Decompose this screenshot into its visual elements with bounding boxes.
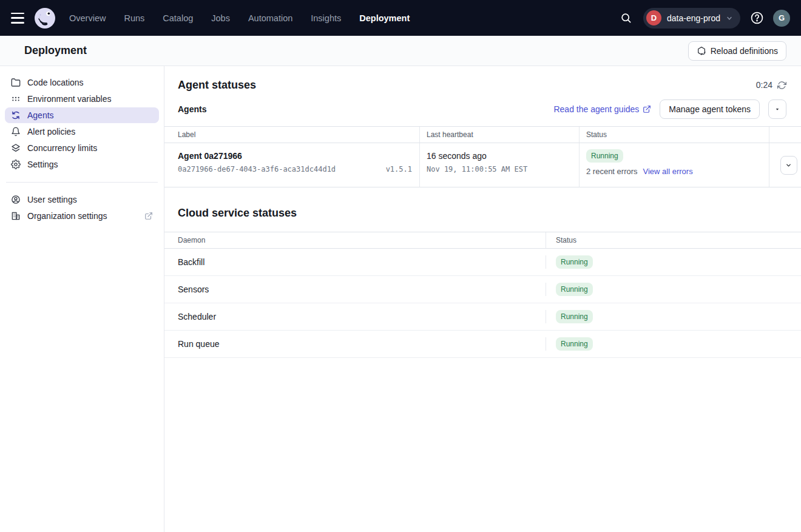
top-navbar: Overview Runs Catalog Jobs Automation In…: [0, 0, 801, 36]
refresh-countdown: 0:24: [756, 80, 786, 90]
agents-table: Label Last heartbeat Status Agent 0a2719…: [164, 126, 801, 187]
agents-table-header: Label Last heartbeat Status: [164, 127, 801, 143]
cloud-services-table: Daemon Status Backfill Running Sensors R…: [164, 232, 801, 358]
chevron-down-icon: [726, 15, 733, 22]
column-header-status: Status: [546, 232, 801, 248]
daemon-row: Scheduler Running: [164, 303, 801, 331]
env-vars-icon: [11, 94, 21, 104]
page-title: Deployment: [24, 44, 87, 57]
agent-statuses-title: Agent statuses: [178, 79, 256, 92]
sidebar-item-user-settings[interactable]: User settings: [5, 192, 159, 207]
status-badge: Running: [556, 283, 593, 296]
reload-definitions-button[interactable]: Reload definitions: [688, 41, 786, 61]
folder-icon: [11, 78, 21, 87]
cloud-table-header: Daemon Status: [164, 232, 801, 249]
main-content: Agent statuses 0:24 Agents Read the agen…: [164, 66, 801, 532]
column-header-label: Label: [164, 127, 419, 143]
nav-item-automation[interactable]: Automation: [248, 13, 292, 23]
daemon-row: Backfill Running: [164, 249, 801, 276]
sidebar-item-settings[interactable]: Settings: [5, 157, 159, 172]
search-icon[interactable]: [617, 9, 635, 27]
sidebar-item-organization-settings[interactable]: Organization settings: [5, 208, 159, 224]
heartbeat-relative: 16 seconds ago: [427, 143, 579, 161]
column-header-last-heartbeat: Last heartbeat: [419, 127, 579, 143]
view-all-errors-link[interactable]: View all errors: [643, 167, 693, 176]
sidebar-item-agents[interactable]: Agents: [5, 107, 159, 123]
agent-uuid: 0a271966-de67-4043-a3f6-aca31dc44d1d: [178, 165, 336, 173]
sidebar-divider: [6, 182, 158, 183]
nav-item-deployment[interactable]: Deployment: [359, 13, 410, 23]
nav-item-catalog[interactable]: Catalog: [163, 13, 193, 23]
caret-down-icon: [774, 106, 780, 112]
column-header-status: Status: [579, 127, 769, 143]
heartbeat-timestamp: Nov 19, 11:00:55 AM EST: [427, 165, 579, 173]
daemon-row: Run queue Running: [164, 331, 801, 358]
column-header-actions: [769, 127, 801, 143]
daemon-row: Sensors Running: [164, 276, 801, 303]
bell-icon: [11, 127, 21, 136]
agent-row-expand-button[interactable]: [780, 156, 797, 175]
settings-sidebar: Code locations Environment variables Age…: [0, 66, 164, 532]
nav-item-insights[interactable]: Insights: [311, 13, 341, 23]
external-link-icon: [144, 212, 153, 220]
agent-guides-link[interactable]: Read the agent guides: [553, 104, 651, 114]
reload-definitions-icon: [697, 46, 706, 56]
status-badge: Running: [556, 255, 593, 269]
primary-nav: Overview Runs Catalog Jobs Automation In…: [69, 13, 410, 23]
status-badge: Running: [586, 149, 623, 163]
agent-name: Agent 0a271966: [178, 143, 419, 161]
agent-actions-dropdown-button[interactable]: [768, 99, 786, 119]
daemon-name: Backfill: [178, 257, 204, 267]
cloud-service-statuses-title: Cloud service statuses: [178, 207, 786, 220]
column-header-daemon: Daemon: [164, 232, 546, 248]
sidebar-item-environment-variables[interactable]: Environment variables: [5, 91, 159, 107]
countdown-value: 0:24: [756, 80, 772, 90]
daemon-name: Sensors: [178, 285, 209, 294]
page-header: Deployment Reload definitions: [0, 36, 801, 66]
agents-sync-icon: [11, 110, 21, 120]
workspace-name: data-eng-prod: [667, 13, 720, 23]
nav-item-overview[interactable]: Overview: [69, 13, 106, 23]
user-icon: [11, 195, 21, 204]
agents-section-label: Agents: [178, 104, 206, 114]
workspace-badge: D: [646, 10, 661, 25]
chevron-down-icon: [785, 162, 792, 169]
status-badge: Running: [556, 337, 593, 351]
sidebar-item-alert-policies[interactable]: Alert policies: [5, 124, 159, 140]
daemon-name: Scheduler: [178, 312, 216, 322]
agent-version: v1.5.1: [386, 165, 412, 173]
nav-item-jobs[interactable]: Jobs: [211, 13, 230, 23]
layers-icon: [11, 143, 21, 153]
external-link-icon: [643, 105, 651, 113]
recent-errors-text: 2 recent errors: [586, 167, 638, 176]
help-icon[interactable]: [749, 10, 765, 26]
status-badge: Running: [556, 310, 593, 323]
dagster-logo-icon[interactable]: [34, 7, 56, 29]
nav-item-runs[interactable]: Runs: [124, 13, 144, 23]
daemon-name: Run queue: [178, 339, 220, 349]
sidebar-item-concurrency-limits[interactable]: Concurrency limits: [5, 140, 159, 156]
avatar[interactable]: G: [773, 10, 790, 27]
gear-icon: [11, 160, 21, 169]
sidebar-item-code-locations[interactable]: Code locations: [5, 75, 159, 90]
manage-agent-tokens-button[interactable]: Manage agent tokens: [660, 99, 760, 119]
workspace-switcher[interactable]: D data-eng-prod: [643, 8, 740, 29]
hamburger-menu-icon[interactable]: [10, 12, 25, 24]
agent-row: Agent 0a271966 0a271966-de67-4043-a3f6-a…: [164, 143, 801, 187]
building-icon: [11, 211, 21, 221]
refresh-icon[interactable]: [777, 81, 786, 90]
